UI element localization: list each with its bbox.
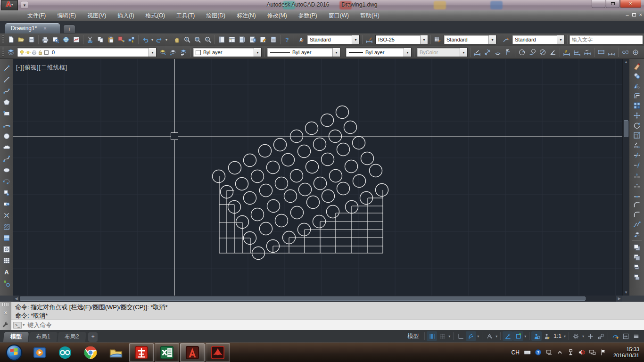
taskbar-autocad-app[interactable] xyxy=(180,343,205,362)
scale-icon[interactable] xyxy=(631,130,643,140)
table-icon[interactable] xyxy=(1,255,12,266)
table-style-icon[interactable] xyxy=(432,34,443,45)
dim-baseline-icon[interactable] xyxy=(572,47,582,58)
taskbar-adobe-reader-app[interactable] xyxy=(206,343,230,362)
model-canvas[interactable]: [-][俯视][二维线框] xyxy=(13,59,622,296)
layer-properties-icon[interactable] xyxy=(6,47,16,58)
status-caret-icon[interactable]: ▾ xyxy=(476,334,480,338)
command-prompt-icon[interactable]: >_ xyxy=(13,322,22,329)
tray-usb-icon[interactable] xyxy=(567,348,575,357)
new-layout-button[interactable]: + xyxy=(88,332,98,342)
menu-t[interactable]: 工具(T) xyxy=(171,10,200,21)
offset-icon[interactable] xyxy=(631,90,643,100)
region-icon[interactable] xyxy=(1,244,12,255)
bring-above-icon[interactable] xyxy=(631,262,643,272)
construction-line-icon[interactable] xyxy=(1,74,12,85)
properties-icon[interactable] xyxy=(216,34,227,45)
dim-break-icon[interactable] xyxy=(606,47,617,58)
new-drawing-tab-button[interactable]: + xyxy=(63,25,75,33)
multiline-text-icon[interactable]: A xyxy=(1,266,12,278)
status-caret-icon[interactable]: ▾ xyxy=(581,334,585,338)
isodraft-icon[interactable] xyxy=(484,331,495,341)
dim-angular-icon[interactable] xyxy=(548,47,558,58)
dim-space-icon[interactable] xyxy=(596,47,606,58)
join-icon[interactable] xyxy=(631,189,643,199)
ellipse-icon[interactable] xyxy=(1,165,12,176)
annotation-scale-value[interactable]: 1:1 xyxy=(552,333,563,339)
dim-style-icon[interactable] xyxy=(364,34,374,45)
grid-icon[interactable] xyxy=(437,331,447,341)
linetype-combo[interactable]: ByLayer▾ xyxy=(267,48,340,57)
3d-dwf-icon[interactable] xyxy=(71,34,82,45)
taskbar-chrome-app[interactable] xyxy=(78,343,103,362)
object-isolate-icon[interactable] xyxy=(595,331,606,341)
menu-f[interactable]: 文件(F) xyxy=(22,10,51,21)
taskbar-clock[interactable]: 15:33 2016/10/31 xyxy=(611,346,639,359)
menu-v[interactable]: 视图(V) xyxy=(82,10,112,21)
mirror-icon[interactable] xyxy=(631,81,643,90)
pan-icon[interactable] xyxy=(172,34,182,45)
chamfer-icon[interactable] xyxy=(631,199,643,209)
array-icon[interactable] xyxy=(631,100,643,110)
layer-previous-icon[interactable] xyxy=(168,47,178,58)
menu-n[interactable]: 标注(N) xyxy=(231,10,262,21)
dim-style-combo[interactable]: ISO-25▾ xyxy=(375,35,428,44)
clean-screen-icon[interactable] xyxy=(620,331,631,341)
menu-w[interactable]: 窗口(W) xyxy=(323,10,355,21)
dim-ordinate-icon[interactable] xyxy=(503,47,513,58)
dim-linear-icon[interactable] xyxy=(472,47,482,58)
menu-i[interactable]: 插入(I) xyxy=(112,10,140,21)
ellipse-arc-icon[interactable] xyxy=(1,176,12,187)
tray-action-center-icon[interactable] xyxy=(599,348,608,357)
ortho-icon[interactable] xyxy=(455,331,466,341)
bring-to-front-icon[interactable] xyxy=(631,242,643,252)
insert-block-icon[interactable] xyxy=(1,187,12,198)
menu-p[interactable]: 参数(P) xyxy=(293,10,323,21)
erase-icon[interactable] xyxy=(631,61,643,71)
bulb-icon[interactable] xyxy=(19,49,25,56)
mleader-style-icon[interactable] xyxy=(501,34,511,45)
model-space-label[interactable]: 模型 xyxy=(404,332,422,340)
zoom-window-icon[interactable] xyxy=(192,34,203,45)
center-mark-icon[interactable] xyxy=(630,47,641,58)
dim-jogged-icon[interactable] xyxy=(527,47,537,58)
open-icon[interactable] xyxy=(16,34,26,45)
undo-icon[interactable] xyxy=(140,34,150,45)
sheetset-manager-icon[interactable] xyxy=(248,34,258,45)
doc-minimize-button[interactable]: – xyxy=(626,12,628,17)
taskbar-media-player-app[interactable] xyxy=(27,343,52,362)
dropdown-caret-icon[interactable]: ▾ xyxy=(150,38,154,42)
taskbar-arduino-app[interactable] xyxy=(53,343,77,362)
menu-o[interactable]: 格式(O) xyxy=(140,10,171,21)
dim-diameter-icon[interactable] xyxy=(537,47,548,58)
make-object-layer-current-icon[interactable] xyxy=(157,47,168,58)
swatch-icon[interactable] xyxy=(43,49,50,56)
explode-icon[interactable] xyxy=(631,229,643,239)
scroll-left-icon[interactable]: ◀ xyxy=(13,296,19,302)
plot-preview-icon[interactable] xyxy=(50,34,61,45)
tray-network-icon[interactable] xyxy=(588,348,597,357)
annotation-autoscale-icon[interactable] xyxy=(542,331,552,341)
blend-curves-icon[interactable] xyxy=(631,219,643,229)
measure-icon[interactable] xyxy=(1,278,12,289)
document-tab[interactable]: Drawing1* × xyxy=(5,23,60,33)
tray-volume-muted-icon[interactable] xyxy=(578,348,586,357)
redo-icon[interactable] xyxy=(154,34,165,45)
send-to-back-icon[interactable] xyxy=(631,252,643,262)
quickcalc-icon[interactable] xyxy=(268,34,279,45)
status-caret-icon[interactable]: ▾ xyxy=(563,334,567,338)
quick-dim-icon[interactable] xyxy=(561,47,572,58)
toolbar-grip[interactable] xyxy=(2,48,4,57)
text-style-combo[interactable]: Standard▾ xyxy=(307,35,360,44)
fillet-icon[interactable] xyxy=(631,209,643,219)
command-input[interactable] xyxy=(27,321,644,329)
command-panel-grip[interactable]: × xyxy=(0,302,11,330)
zoom-previous-icon[interactable] xyxy=(203,34,213,45)
annotation-monitor-icon[interactable] xyxy=(585,331,595,341)
dim-radius-icon[interactable] xyxy=(517,47,527,58)
layer-states-icon[interactable] xyxy=(178,47,189,58)
layout-tab-model[interactable]: 模型 xyxy=(3,332,29,342)
status-caret-icon[interactable]: ▾ xyxy=(523,334,527,338)
arc-icon[interactable] xyxy=(1,119,12,131)
sun-icon[interactable] xyxy=(25,49,31,56)
